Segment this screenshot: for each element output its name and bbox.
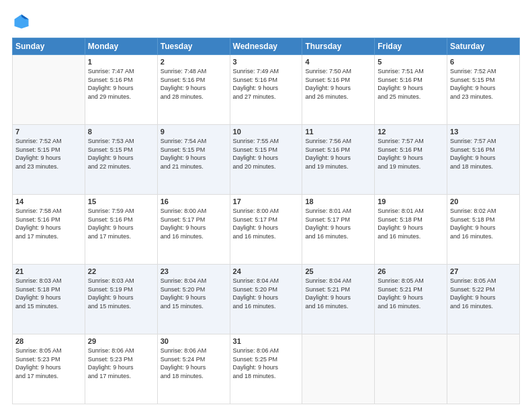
day-info: Sunrise: 7:54 AM Sunset: 5:15 PM Dayligh… [161,137,227,171]
day-info: Sunrise: 8:06 AM Sunset: 5:23 PM Dayligh… [88,347,154,380]
day-number: 28 [15,337,82,345]
day-number: 14 [15,197,82,205]
day-number: 2 [161,58,227,66]
calendar-cell [447,334,520,404]
day-number: 19 [378,197,444,205]
day-info: Sunrise: 8:03 AM Sunset: 5:19 PM Dayligh… [88,277,154,310]
calendar-cell: 16Sunrise: 8:00 AM Sunset: 5:17 PM Dayli… [157,195,230,265]
week-row-3: 21Sunrise: 8:03 AM Sunset: 5:18 PM Dayli… [13,265,520,334]
day-number: 11 [305,128,371,136]
calendar-cell: 23Sunrise: 8:04 AM Sunset: 5:20 PM Dayli… [157,265,230,334]
day-number: 30 [161,337,227,345]
calendar-cell [302,334,375,404]
calendar-cell: 26Sunrise: 8:05 AM Sunset: 5:21 PM Dayli… [375,265,447,334]
header [12,12,520,31]
day-number: 18 [305,197,371,205]
calendar-cell: 18Sunrise: 8:01 AM Sunset: 5:17 PM Dayli… [302,195,375,265]
calendar-cell: 19Sunrise: 8:01 AM Sunset: 5:18 PM Dayli… [375,195,447,265]
calendar-cell: 8Sunrise: 7:53 AM Sunset: 5:15 PM Daylig… [85,125,157,195]
day-number: 31 [233,337,300,345]
day-info: Sunrise: 8:06 AM Sunset: 5:24 PM Dayligh… [161,347,227,380]
day-number: 9 [161,128,227,136]
week-row-2: 14Sunrise: 7:58 AM Sunset: 5:16 PM Dayli… [13,195,520,265]
page: SundayMondayTuesdayWednesdayThursdayFrid… [0,0,532,411]
logo [12,12,34,31]
calendar-cell: 30Sunrise: 8:06 AM Sunset: 5:24 PM Dayli… [157,334,230,404]
day-number: 12 [378,128,444,136]
day-number: 15 [88,197,154,205]
day-number: 24 [233,267,300,275]
day-info: Sunrise: 7:51 AM Sunset: 5:16 PM Dayligh… [378,67,444,101]
weekday-header-saturday: Saturday [447,38,520,55]
weekday-header-monday: Monday [85,38,157,55]
weekday-header-row: SundayMondayTuesdayWednesdayThursdayFrid… [13,38,520,55]
calendar-cell: 11Sunrise: 7:56 AM Sunset: 5:16 PM Dayli… [302,125,375,195]
day-number: 22 [88,267,154,275]
calendar-cell: 24Sunrise: 8:04 AM Sunset: 5:20 PM Dayli… [230,265,302,334]
calendar-cell: 13Sunrise: 7:57 AM Sunset: 5:16 PM Dayli… [447,125,520,195]
day-number: 7 [15,128,82,136]
day-info: Sunrise: 7:52 AM Sunset: 5:15 PM Dayligh… [450,67,517,101]
day-info: Sunrise: 8:05 AM Sunset: 5:21 PM Dayligh… [378,277,444,310]
day-info: Sunrise: 8:06 AM Sunset: 5:25 PM Dayligh… [233,347,300,380]
logo-icon [12,12,31,31]
day-number: 29 [88,337,154,345]
calendar-cell: 7Sunrise: 7:52 AM Sunset: 5:15 PM Daylig… [13,125,85,195]
calendar: SundayMondayTuesdayWednesdayThursdayFrid… [12,38,520,404]
calendar-cell: 21Sunrise: 8:03 AM Sunset: 5:18 PM Dayli… [13,265,85,334]
day-number: 5 [378,58,444,66]
day-info: Sunrise: 8:04 AM Sunset: 5:20 PM Dayligh… [161,277,227,310]
day-number: 25 [305,267,371,275]
day-number: 1 [88,58,154,66]
day-number: 27 [450,267,517,275]
calendar-cell: 15Sunrise: 7:59 AM Sunset: 5:16 PM Dayli… [85,195,157,265]
weekday-header-thursday: Thursday [302,38,375,55]
day-number: 3 [233,58,300,66]
day-number: 4 [305,58,371,66]
day-info: Sunrise: 8:05 AM Sunset: 5:22 PM Dayligh… [450,277,517,310]
calendar-cell [375,334,447,404]
day-info: Sunrise: 8:01 AM Sunset: 5:17 PM Dayligh… [305,207,371,240]
calendar-cell: 25Sunrise: 8:04 AM Sunset: 5:21 PM Dayli… [302,265,375,334]
day-info: Sunrise: 7:59 AM Sunset: 5:16 PM Dayligh… [88,207,154,240]
weekday-header-friday: Friday [375,38,447,55]
day-info: Sunrise: 7:57 AM Sunset: 5:16 PM Dayligh… [450,137,517,171]
calendar-cell: 10Sunrise: 7:55 AM Sunset: 5:15 PM Dayli… [230,125,302,195]
day-info: Sunrise: 8:03 AM Sunset: 5:18 PM Dayligh… [15,277,82,310]
calendar-cell: 1Sunrise: 7:47 AM Sunset: 5:16 PM Daylig… [85,55,157,125]
day-info: Sunrise: 8:01 AM Sunset: 5:18 PM Dayligh… [378,207,444,240]
day-info: Sunrise: 7:56 AM Sunset: 5:16 PM Dayligh… [305,137,371,171]
weekday-header-wednesday: Wednesday [230,38,302,55]
day-number: 8 [88,128,154,136]
week-row-0: 1Sunrise: 7:47 AM Sunset: 5:16 PM Daylig… [13,55,520,125]
day-info: Sunrise: 7:47 AM Sunset: 5:16 PM Dayligh… [88,67,154,101]
calendar-cell: 17Sunrise: 8:00 AM Sunset: 5:17 PM Dayli… [230,195,302,265]
day-info: Sunrise: 7:52 AM Sunset: 5:15 PM Dayligh… [15,137,82,171]
day-info: Sunrise: 7:55 AM Sunset: 5:15 PM Dayligh… [233,137,300,171]
calendar-cell: 29Sunrise: 8:06 AM Sunset: 5:23 PM Dayli… [85,334,157,404]
calendar-cell: 27Sunrise: 8:05 AM Sunset: 5:22 PM Dayli… [447,265,520,334]
calendar-cell: 3Sunrise: 7:49 AM Sunset: 5:16 PM Daylig… [230,55,302,125]
day-info: Sunrise: 7:48 AM Sunset: 5:16 PM Dayligh… [161,67,227,101]
calendar-cell: 12Sunrise: 7:57 AM Sunset: 5:16 PM Dayli… [375,125,447,195]
calendar-cell: 31Sunrise: 8:06 AM Sunset: 5:25 PM Dayli… [230,334,302,404]
day-info: Sunrise: 7:58 AM Sunset: 5:16 PM Dayligh… [15,207,82,240]
calendar-cell: 6Sunrise: 7:52 AM Sunset: 5:15 PM Daylig… [447,55,520,125]
calendar-cell: 14Sunrise: 7:58 AM Sunset: 5:16 PM Dayli… [13,195,85,265]
day-info: Sunrise: 8:05 AM Sunset: 5:23 PM Dayligh… [15,347,82,380]
day-number: 16 [161,197,227,205]
calendar-cell: 9Sunrise: 7:54 AM Sunset: 5:15 PM Daylig… [157,125,230,195]
day-info: Sunrise: 7:49 AM Sunset: 5:16 PM Dayligh… [233,67,300,101]
calendar-cell: 28Sunrise: 8:05 AM Sunset: 5:23 PM Dayli… [13,334,85,404]
week-row-4: 28Sunrise: 8:05 AM Sunset: 5:23 PM Dayli… [13,334,520,404]
day-info: Sunrise: 7:53 AM Sunset: 5:15 PM Dayligh… [88,137,154,171]
calendar-cell: 22Sunrise: 8:03 AM Sunset: 5:19 PM Dayli… [85,265,157,334]
calendar-cell: 4Sunrise: 7:50 AM Sunset: 5:16 PM Daylig… [302,55,375,125]
day-info: Sunrise: 8:02 AM Sunset: 5:18 PM Dayligh… [450,207,517,240]
day-info: Sunrise: 8:04 AM Sunset: 5:20 PM Dayligh… [233,277,300,310]
day-info: Sunrise: 7:57 AM Sunset: 5:16 PM Dayligh… [378,137,444,171]
week-row-1: 7Sunrise: 7:52 AM Sunset: 5:15 PM Daylig… [13,125,520,195]
calendar-cell: 20Sunrise: 8:02 AM Sunset: 5:18 PM Dayli… [447,195,520,265]
weekday-header-tuesday: Tuesday [157,38,230,55]
calendar-cell [13,55,85,125]
